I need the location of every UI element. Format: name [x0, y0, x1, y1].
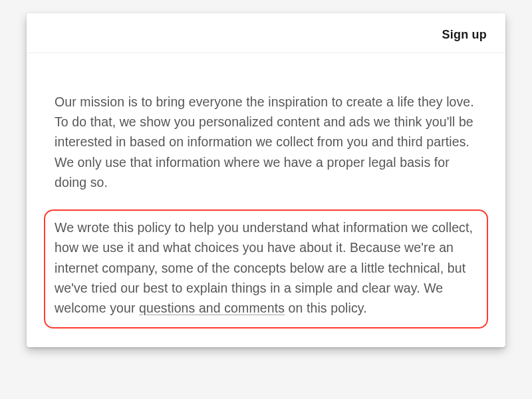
- signup-link[interactable]: Sign up: [442, 28, 487, 42]
- policy-card: Sign up Our mission is to bring everyone…: [27, 13, 505, 347]
- header-bar: Sign up: [27, 13, 505, 53]
- mission-paragraph: Our mission is to bring everyone the ins…: [55, 92, 477, 192]
- questions-and-comments-link[interactable]: questions and comments: [139, 301, 285, 315]
- policy-body: Our mission is to bring everyone the ins…: [27, 53, 505, 347]
- policy-explanation-paragraph: We wrote this policy to help you underst…: [55, 217, 477, 318]
- policy-explanation-tail: on this policy.: [285, 301, 367, 315]
- highlighted-paragraph-box: We wrote this policy to help you underst…: [44, 209, 488, 329]
